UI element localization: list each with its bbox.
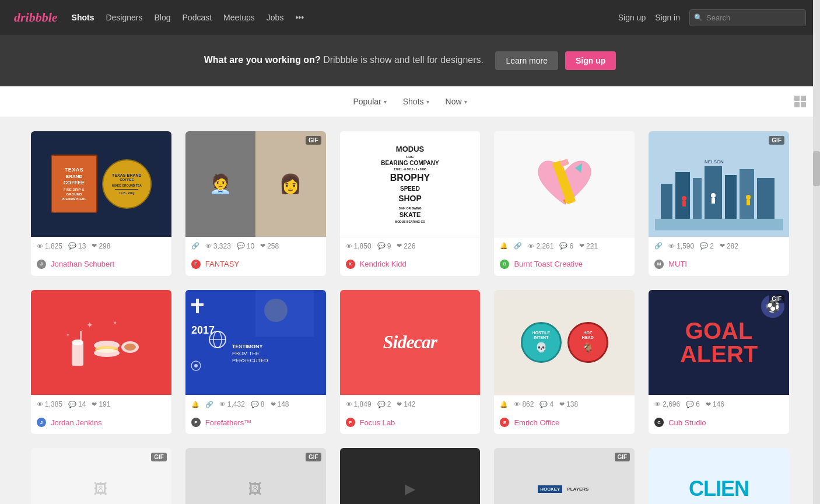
- nav-more[interactable]: •••: [295, 13, 304, 22]
- shot-stats: 🔔 👁862 💬4 ❤138: [494, 395, 635, 413]
- views-count: 1,850: [354, 242, 372, 250]
- author-name[interactable]: Jordan Jenkins: [51, 418, 101, 427]
- svg-text:NELSON: NELSON: [705, 159, 724, 164]
- author-name[interactable]: FANTASY: [205, 260, 239, 268]
- svg-text:✦: ✦: [66, 332, 70, 338]
- signin-link[interactable]: Sign in: [655, 13, 680, 22]
- banner-signup-button[interactable]: Sign up: [565, 51, 616, 70]
- avatar: J: [37, 418, 46, 427]
- svg-point-26: [94, 349, 120, 357]
- shot-thumbnail: 2017 TESTIMONY FROM THE PERSECUTED: [185, 290, 326, 396]
- svg-point-16: [746, 195, 751, 200]
- comments-icon: 💬: [251, 401, 259, 408]
- likes-count: 191: [99, 400, 110, 408]
- author-name[interactable]: Kendrick Kidd: [360, 260, 407, 268]
- nav-designers[interactable]: Designers: [106, 13, 142, 22]
- likes-icon: ❤: [397, 401, 402, 408]
- link-icon: 🔗: [205, 401, 213, 408]
- shot-card[interactable]: CLIEN: [649, 448, 789, 504]
- likes-count: 148: [278, 400, 289, 408]
- banner-desc-text: Dribbble is show and tell for designers.: [323, 55, 483, 65]
- author-name[interactable]: Emrich Office: [514, 418, 559, 427]
- shot-card[interactable]: Sidecar 👁1,849 💬2 ❤142 F Focus Lab: [340, 290, 481, 435]
- shot-thumbnail: ✦ ✦ ✦: [31, 290, 171, 396]
- shot-card[interactable]: GOALALERT ⚽ GIF 👁2,696 💬6 ❤146 C Cub Stu…: [649, 290, 789, 435]
- likes-count: 258: [267, 242, 279, 250]
- nav-meetups[interactable]: Meetups: [223, 13, 255, 22]
- shot-card[interactable]: 🔔 🔗 👁2,261 💬6 ❤221 B Burnt Toast Creativ…: [494, 131, 635, 276]
- author-name[interactable]: Focus Lab: [360, 418, 395, 427]
- nav-blog[interactable]: Blog: [154, 13, 170, 22]
- shot-stats: 🔗 👁1,590 💬2 ❤282: [649, 237, 789, 255]
- shot-footer: J Jordan Jenkins: [31, 413, 171, 434]
- shot-thumbnail: TEXAS BRAND COFFEE FINE DRIP & GROUND PR…: [31, 131, 171, 237]
- author-name[interactable]: Jonathan Schubert: [51, 260, 114, 268]
- shot-card[interactable]: 🖼 GIF: [185, 448, 326, 504]
- banner: What are you working on? Dribbble is sho…: [0, 35, 820, 86]
- scrollbar-thumb[interactable]: [813, 151, 820, 186]
- shot-card[interactable]: MODUS LRG BEARING COMPANY 17001 · 6 8010…: [340, 131, 481, 276]
- comments-icon: 💬: [539, 401, 548, 408]
- shot-card[interactable]: 🖼 GIF: [31, 448, 171, 504]
- author-name[interactable]: Burnt Toast Creative: [514, 260, 583, 268]
- banner-text: What are you working on? Dribbble is sho…: [204, 55, 616, 65]
- shot-card[interactable]: 🧑‍💼 👩 GIF 🔗 👁3,323 💬10 ❤258 F FANTASY: [185, 131, 326, 276]
- comments-icon: 💬: [686, 401, 694, 408]
- shot-card[interactable]: HOSTILE INTENT 💀 HOT HEAD 🐐 🔔 👁862 💬4 ❤1…: [494, 290, 635, 435]
- nav-jobs[interactable]: Jobs: [267, 13, 284, 22]
- svg-rect-36: [191, 303, 204, 306]
- search-input[interactable]: [689, 9, 806, 26]
- avatar: K: [346, 260, 355, 269]
- shot-card[interactable]: HOCKEY PLAYERS GIF: [494, 448, 635, 504]
- views-icon: 👁: [37, 401, 43, 408]
- nav-right: Sign up Sign in 🔍: [618, 9, 806, 26]
- nav-shots[interactable]: Shots: [72, 13, 94, 22]
- comments-icon: 💬: [559, 242, 567, 250]
- popular-filter[interactable]: Popular ▾: [347, 93, 392, 110]
- navbar: dribbble Shots Designers Blog Podcast Me…: [0, 0, 820, 35]
- svg-text:TESTIMONY: TESTIMONY: [232, 344, 263, 349]
- likes-icon: ❤: [397, 242, 402, 250]
- shot-thumbnail: 🧑‍💼 👩 GIF: [185, 131, 326, 237]
- grid-toggle[interactable]: [794, 96, 806, 107]
- shot-card[interactable]: TEXAS BRAND COFFEE FINE DRIP & GROUND PR…: [31, 131, 171, 276]
- likes-icon: ❤: [92, 401, 97, 408]
- nav-podcast[interactable]: Podcast: [183, 13, 212, 22]
- shots-caret: ▾: [426, 99, 429, 105]
- dribbble-logo[interactable]: dribbble: [14, 10, 58, 25]
- author-name[interactable]: MUTI: [668, 260, 687, 268]
- svg-point-14: [711, 193, 716, 198]
- author-name[interactable]: Forefathers™: [205, 418, 251, 427]
- views-count: 1,432: [227, 400, 245, 408]
- shot-stats: 👁2,696 💬6 ❤146: [649, 395, 789, 413]
- shot-footer: C Cub Studio: [649, 413, 789, 434]
- likes-icon: ❤: [706, 401, 711, 408]
- shot-footer: B Burnt Toast Creative: [494, 255, 635, 276]
- likes-icon: ❤: [579, 242, 584, 250]
- shot-card[interactable]: ▶: [340, 448, 481, 504]
- link-icon: 🔗: [654, 242, 663, 250]
- scrollbar-track[interactable]: [813, 0, 820, 504]
- likes-icon: ❤: [559, 401, 565, 408]
- svg-point-28: [124, 344, 136, 351]
- shots-filter[interactable]: Shots ▾: [397, 93, 435, 110]
- learn-more-button[interactable]: Learn more: [495, 51, 558, 70]
- shot-footer: F Forefathers™: [185, 413, 326, 434]
- views-count: 2,696: [663, 400, 680, 408]
- filter-bar: Popular ▾ Shots ▾ Now ▾: [0, 86, 820, 117]
- views-icon: 👁: [668, 243, 675, 250]
- shot-card[interactable]: 2017 TESTIMONY FROM THE PERSECUTED 🔔 🔗 👁…: [185, 290, 326, 435]
- popular-label: Popular: [353, 97, 381, 106]
- shot-card[interactable]: ✦ ✦ ✦ 👁1,385 💬14 ❤191 J Jordan Jenkins: [31, 290, 171, 435]
- author-name[interactable]: Cub Studio: [668, 418, 706, 427]
- comments-icon: 💬: [377, 242, 386, 250]
- pro-icon: 🔔: [191, 401, 199, 408]
- views-count: 2,261: [536, 242, 553, 250]
- badge-red: HOT HEAD 🐐: [567, 322, 608, 363]
- signup-link[interactable]: Sign up: [618, 13, 646, 22]
- views-icon: 👁: [514, 401, 520, 408]
- grid-view-icon[interactable]: [794, 96, 806, 107]
- shot-card[interactable]: NELSON GIF 🔗 👁1,590 💬2 ❤282 M MUTI: [649, 131, 789, 276]
- now-filter[interactable]: Now ▾: [440, 93, 473, 110]
- views-icon: 👁: [346, 243, 352, 250]
